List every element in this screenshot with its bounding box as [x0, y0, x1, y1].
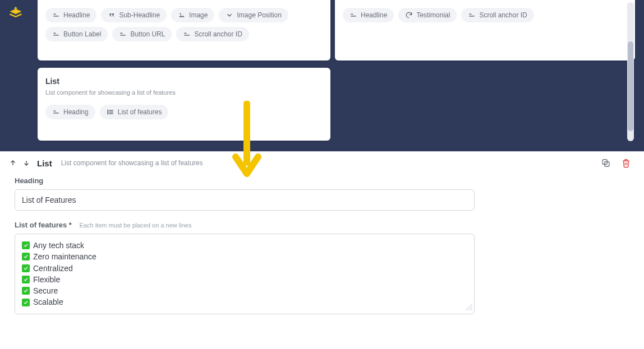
- field-pill-list-of-features[interactable]: List of features: [100, 105, 169, 119]
- svg-point-18: [107, 110, 108, 111]
- check-icon: [22, 253, 30, 260]
- svg-point-20: [107, 113, 108, 114]
- delete-button[interactable]: [620, 157, 632, 169]
- feature-line: Secure: [22, 285, 467, 296]
- lines-icon: [468, 11, 476, 19]
- field-pill-button-label[interactable]: Button Label: [45, 27, 108, 41]
- move-down-button[interactable]: [21, 158, 31, 168]
- field-pill-button-url[interactable]: Button URL: [112, 27, 172, 41]
- chevron-icon: [226, 11, 233, 19]
- lines-icon: [183, 30, 191, 38]
- check-icon: [22, 241, 30, 249]
- check-icon: [22, 264, 30, 272]
- features-textarea[interactable]: Any tech stackZero maintenanceCentralize…: [15, 234, 475, 314]
- feature-text: Any tech stack: [33, 240, 84, 251]
- field-pill-headline[interactable]: Headline: [45, 8, 96, 22]
- pill-label: Testimonial: [416, 11, 450, 19]
- field-pill-testimonial[interactable]: Testimonial: [398, 8, 457, 22]
- feature-line: Scalable: [22, 296, 467, 308]
- editor-description: List component for showcasing a list of …: [61, 159, 203, 167]
- field-pill-image[interactable]: Image: [171, 8, 214, 22]
- svg-point-19: [107, 111, 108, 112]
- pill-label: Button Label: [63, 30, 101, 38]
- lines-icon: [52, 11, 60, 19]
- feature-line: Flexible: [22, 274, 467, 285]
- check-icon: [22, 299, 30, 306]
- quote-icon: [108, 11, 116, 19]
- editor-title: List: [37, 159, 52, 168]
- lines-icon: [119, 30, 127, 38]
- heading-input[interactable]: [15, 189, 475, 211]
- pill-label: Image Position: [237, 11, 281, 19]
- editor-panel: List List component for showcasing a lis…: [0, 151, 644, 349]
- component-card-hero[interactable]: HeadlineSub-HeadlineImageImage Position …: [38, 0, 330, 61]
- field-pill-sub-headline[interactable]: Sub-Headline: [101, 8, 167, 22]
- resize-handle-icon[interactable]: [466, 303, 472, 312]
- pill-label: Scroll anchor ID: [479, 11, 527, 19]
- svg-point-2: [180, 13, 181, 15]
- pill-label: Sub-Headline: [119, 11, 160, 19]
- card-subtitle: List component for showcasing a list of …: [45, 89, 323, 96]
- check-icon: [22, 276, 30, 283]
- pill-label: Heading: [63, 108, 89, 116]
- app-logo: [8, 6, 24, 21]
- check-icon: [22, 287, 30, 295]
- field-pill-scroll-anchor-id[interactable]: Scroll anchor ID: [461, 8, 533, 22]
- features-field-group: List of features * Each item must be pla…: [15, 221, 625, 314]
- scrollbar-thumb[interactable]: [628, 41, 633, 131]
- component-card-testimonial[interactable]: HeadlineTestimonialScroll anchor ID: [335, 0, 635, 61]
- list-icon: [107, 108, 114, 116]
- card-title: List: [45, 77, 323, 86]
- pill-label: Headline: [63, 11, 90, 19]
- field-pill-scroll-anchor-id[interactable]: Scroll anchor ID: [176, 27, 249, 41]
- feature-line: Centralized: [22, 263, 467, 274]
- feature-text: Secure: [33, 285, 58, 296]
- features-label: List of features * Each item must be pla…: [15, 221, 625, 229]
- lines-icon: [52, 108, 60, 116]
- pill-label: Headline: [361, 11, 387, 19]
- field-pill-image-position[interactable]: Image Position: [219, 8, 288, 22]
- heading-field-group: Heading: [15, 176, 625, 211]
- component-palette-region: HeadlineSub-HeadlineImageImage Position …: [0, 0, 644, 151]
- component-card-list[interactable]: List List component for showcasing a lis…: [38, 68, 330, 141]
- feature-text: Scalable: [33, 296, 63, 308]
- feature-text: Flexible: [33, 274, 60, 285]
- editor-header: List List component for showcasing a lis…: [8, 157, 632, 169]
- feature-text: Zero maintenance: [33, 251, 96, 262]
- pill-label: Scroll anchor ID: [194, 30, 242, 38]
- pill-label: List of features: [118, 108, 162, 116]
- scrollbar-track[interactable]: [627, 2, 634, 141]
- pill-label: Button URL: [130, 30, 165, 38]
- field-pill-headline[interactable]: Headline: [343, 8, 394, 22]
- lines-icon: [52, 30, 60, 38]
- field-pill-heading[interactable]: Heading: [45, 105, 95, 119]
- feature-line: Zero maintenance: [22, 251, 467, 262]
- image-icon: [178, 11, 186, 19]
- feature-text: Centralized: [33, 263, 73, 274]
- reload-icon: [405, 11, 413, 19]
- duplicate-button[interactable]: [600, 157, 611, 169]
- lines-icon: [349, 11, 357, 19]
- feature-line: Any tech stack: [22, 240, 467, 251]
- pill-label: Image: [189, 11, 208, 19]
- heading-label: Heading: [15, 176, 625, 185]
- move-up-button[interactable]: [8, 158, 18, 168]
